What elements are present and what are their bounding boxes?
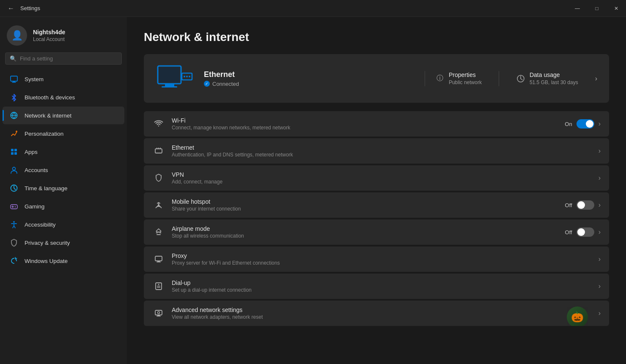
search-container: 🔍	[0, 52, 127, 70]
vpn-setting-icon	[152, 172, 165, 184]
sidebar-item-label-personalization: Personalization	[25, 131, 63, 137]
sidebar-item-label-accounts: Accounts	[25, 167, 48, 173]
search-input[interactable]	[20, 55, 117, 62]
setting-text-dialup: Dial-up Set up a dial-up internet connec…	[172, 279, 592, 293]
data-usage-item: Data usage 51.5 GB, last 30 days	[530, 71, 578, 85]
sidebar-item-update[interactable]: Windows Update	[3, 252, 124, 270]
setting-right-vpn: ›	[599, 174, 601, 182]
maximize-icon: □	[595, 5, 598, 11]
svg-point-25	[189, 76, 190, 77]
sidebar: 👤 Nightsh4de Local Account 🔍 System Blue…	[0, 17, 127, 364]
toggle-hotspot[interactable]	[577, 200, 594, 210]
info-icon: ⓘ	[435, 74, 445, 83]
avatar-icon: 👤	[11, 30, 23, 41]
setting-right-hotspot: Off ›	[565, 200, 601, 210]
toggle-thumb-hotspot	[577, 201, 585, 209]
svg-rect-28	[155, 149, 162, 153]
bluetooth-icon	[9, 93, 19, 102]
svg-rect-6	[11, 149, 14, 151]
data-usage-section[interactable]: Data usage 51.5 GB, last 30 days	[516, 71, 578, 85]
sidebar-item-label-gaming: Gaming	[25, 203, 44, 210]
sidebar-item-network[interactable]: Network & internet	[3, 107, 124, 124]
svg-rect-19	[159, 67, 180, 82]
sidebar-item-privacy[interactable]: Privacy & security	[3, 234, 124, 252]
update-icon	[9, 256, 19, 265]
setting-row-hotspot[interactable]: Mobile hotspot Share your internet conne…	[144, 192, 609, 218]
svg-rect-21	[162, 86, 177, 88]
toggle-thumb-airplane	[577, 228, 585, 236]
sidebar-item-label-accessibility: Accessibility	[25, 222, 56, 228]
setting-row-vpn[interactable]: VPN Add, connect, manage ›	[144, 165, 609, 191]
ethernet-status: Connected	[204, 81, 415, 87]
setting-name-airplane: Airplane mode	[172, 225, 558, 232]
sidebar-item-bluetooth[interactable]: Bluetooth & devices	[3, 88, 124, 106]
user-profile[interactable]: 👤 Nightsh4de Local Account	[0, 17, 127, 52]
content-area: Network & internet	[127, 17, 626, 364]
minimize-icon: ―	[575, 5, 580, 11]
toggle-wifi[interactable]	[577, 119, 594, 129]
svg-rect-42	[155, 310, 162, 315]
sidebar-item-label-bluetooth: Bluetooth & devices	[25, 94, 75, 101]
svg-rect-40	[157, 286, 160, 287]
sidebar-item-accessibility[interactable]: Accessibility	[3, 216, 124, 233]
minimize-button[interactable]: ―	[568, 0, 587, 17]
accounts-icon	[9, 165, 19, 175]
setting-row-wifi[interactable]: Wi-Fi Connect, manage known networks, me…	[144, 111, 609, 137]
user-account-type: Local Account	[33, 36, 65, 42]
toggle-airplane[interactable]	[577, 227, 594, 237]
advanced-setting-icon	[152, 307, 165, 320]
sidebar-item-time[interactable]: Time & language	[3, 179, 124, 197]
setting-right-advanced: ›	[599, 309, 601, 317]
svg-rect-1	[13, 81, 15, 82]
proxy-setting-icon	[152, 253, 165, 265]
setting-right-dialup: ›	[599, 282, 601, 290]
setting-name-hotspot: Mobile hotspot	[172, 198, 558, 205]
setting-name-proxy: Proxy	[172, 252, 592, 259]
setting-name-dialup: Dial-up	[172, 279, 592, 286]
ethernet-card[interactable]: Ethernet Connected ⓘ Properties Public n…	[144, 54, 609, 103]
back-button[interactable]: ←	[5, 3, 17, 14]
sidebar-nav: System Bluetooth & devices Network & int…	[0, 70, 127, 270]
sidebar-item-apps[interactable]: Apps	[3, 143, 124, 161]
chevron-vpn: ›	[599, 174, 601, 182]
app-title: Settings	[20, 5, 40, 11]
sidebar-item-system[interactable]: System	[3, 70, 124, 88]
setting-row-ethernet[interactable]: Ethernet Authentication, IP and DNS sett…	[144, 138, 609, 164]
sidebar-item-label-privacy: Privacy & security	[25, 240, 70, 246]
setting-desc-dialup: Set up a dial-up internet connection	[172, 287, 592, 293]
ethernet-setting-icon	[152, 145, 165, 157]
avatar: 👤	[7, 25, 27, 46]
setting-row-advanced[interactable]: Advanced network settings View all netwo…	[144, 301, 609, 326]
setting-name-ethernet: Ethernet	[172, 144, 592, 151]
maximize-button[interactable]: □	[587, 0, 607, 17]
svg-point-16	[15, 207, 16, 208]
user-name: Nightsh4de	[33, 29, 65, 36]
window-controls: ― □ ✕	[568, 0, 626, 17]
properties-section[interactable]: ⓘ Properties Public network	[435, 71, 482, 85]
sidebar-item-gaming[interactable]: Gaming	[3, 197, 124, 215]
svg-rect-36	[157, 261, 160, 262]
svg-point-15	[15, 206, 16, 207]
setting-desc-vpn: Add, connect, manage	[172, 179, 592, 185]
setting-row-proxy[interactable]: Proxy Proxy server for Wi-Fi and Etherne…	[144, 246, 609, 272]
setting-row-airplane[interactable]: Airplane mode Stop all wireless communic…	[144, 219, 609, 245]
back-icon: ←	[8, 5, 14, 12]
ethernet-card-chevron: ›	[595, 75, 597, 82]
search-icon: 🔍	[10, 55, 16, 62]
toggle-label-hotspot: Off	[565, 202, 572, 208]
setting-desc-advanced: View all network adapters, network reset	[172, 314, 592, 320]
connected-label: Connected	[212, 81, 239, 87]
setting-row-dialup[interactable]: Dial-up Set up a dial-up internet connec…	[144, 274, 609, 299]
sidebar-item-accounts[interactable]: Accounts	[3, 161, 124, 179]
chevron-wifi: ›	[599, 120, 601, 128]
sidebar-item-personalization[interactable]: Personalization	[3, 125, 124, 142]
svg-rect-20	[165, 84, 174, 86]
close-button[interactable]: ✕	[607, 0, 626, 17]
hotspot-setting-icon	[152, 199, 165, 211]
sidebar-item-label-time: Time & language	[25, 185, 68, 192]
chevron-hotspot: ›	[599, 201, 601, 209]
setting-desc-hotspot: Share your internet connection	[172, 206, 558, 212]
setting-desc-airplane: Stop all wireless communication	[172, 233, 558, 239]
toggle-label-wifi: On	[565, 121, 572, 127]
svg-point-45	[158, 312, 160, 314]
